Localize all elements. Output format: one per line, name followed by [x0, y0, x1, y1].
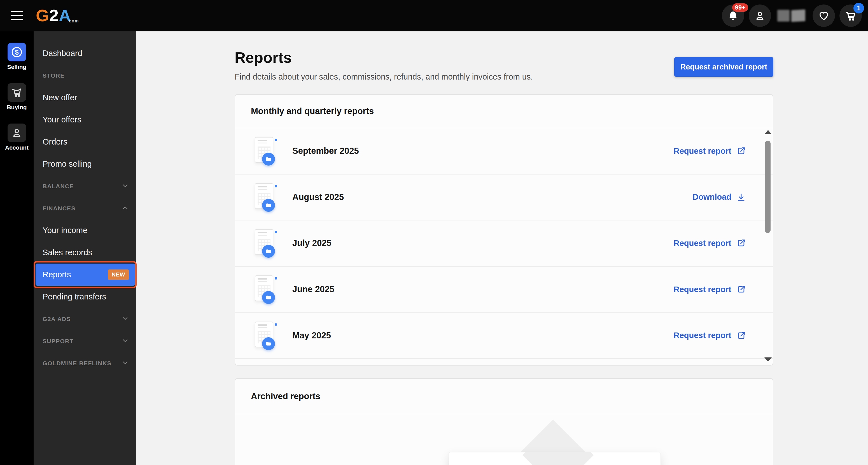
- external-link-icon: [736, 146, 746, 156]
- rail-item-selling[interactable]: $ Selling: [0, 43, 34, 70]
- scrollbar-thumb[interactable]: [765, 141, 771, 233]
- account-button[interactable]: [749, 4, 771, 27]
- chevron-down-icon: [121, 359, 129, 368]
- chevron-down-icon: [121, 337, 129, 346]
- g2a-red-logo-icon: G: [459, 460, 490, 465]
- report-rows: September 2025 Request report August 202…: [235, 128, 773, 359]
- chevron-down-icon: [121, 315, 129, 323]
- table-row: May 2025 Request report: [235, 313, 773, 359]
- rail-label-selling: Selling: [7, 64, 27, 70]
- page-title: Reports: [235, 49, 292, 66]
- svg-text:$: $: [15, 49, 19, 56]
- logo-letter-g: G: [36, 6, 49, 25]
- external-link-icon: [736, 285, 746, 294]
- sidebar-item-reports[interactable]: Reports NEW: [36, 264, 135, 286]
- sidebar-section-g2a-ads[interactable]: G2A ADS: [34, 308, 136, 330]
- sidebar-item-your-income[interactable]: Your income: [34, 219, 136, 241]
- report-document-icon: [253, 275, 277, 304]
- report-month-label: August 2025: [292, 192, 344, 202]
- sidebar-item-your-offers[interactable]: Your offers: [34, 109, 136, 131]
- sidebar-item-orders[interactable]: Orders: [34, 131, 136, 153]
- folder-icon: [262, 153, 275, 166]
- cart-button[interactable]: 1: [839, 4, 862, 27]
- left-rail: $ Selling Buying Account: [0, 31, 34, 465]
- monthly-card-header: Monthly and quarterly reports: [235, 95, 773, 128]
- rail-item-account[interactable]: Account: [0, 123, 34, 151]
- selling-tile: $: [7, 43, 26, 61]
- user-icon: [754, 10, 766, 22]
- archived-card-title: Archived reports: [251, 391, 320, 401]
- table-row: July 2025 Request report: [235, 221, 773, 267]
- cart-badge: 1: [854, 3, 864, 13]
- request-report-link[interactable]: Request report: [674, 146, 746, 156]
- sidebar-section-balance[interactable]: BALANCE: [34, 175, 136, 197]
- logo-com-suffix: .com: [67, 19, 79, 25]
- notifications-badge: 99+: [732, 3, 748, 12]
- report-document-icon: [253, 137, 277, 166]
- decorative-diamond: [523, 452, 594, 465]
- email-sender: noreply: [497, 463, 530, 465]
- list-scrollbar[interactable]: [765, 129, 771, 362]
- report-month-label: May 2025: [292, 330, 331, 341]
- cart-check-icon: [11, 87, 23, 98]
- heart-icon: [818, 10, 830, 22]
- report-month-label: July 2025: [292, 238, 332, 248]
- logo-letter-2: 2: [49, 6, 59, 25]
- report-month-label: September 2025: [292, 146, 359, 156]
- monthly-reports-card: Monthly and quarterly reports September …: [235, 94, 773, 366]
- bell-icon: [727, 10, 739, 21]
- folder-icon: [262, 245, 275, 258]
- sidebar-section-finances[interactable]: FINANCES: [34, 197, 136, 219]
- sidebar-item-sales-records[interactable]: Sales records: [34, 241, 136, 264]
- sidebar-item-dashboard[interactable]: Dashboard: [34, 42, 136, 64]
- rail-label-account: Account: [5, 144, 29, 151]
- report-document-icon: [253, 321, 277, 350]
- chevron-up-icon: [121, 204, 129, 213]
- topbar-actions: 99+ 1: [722, 0, 862, 31]
- table-row: June 2025 Request report: [235, 267, 773, 313]
- request-archived-report-button[interactable]: Request archived report: [674, 57, 773, 77]
- monthly-card-title: Monthly and quarterly reports: [251, 106, 374, 116]
- table-row: August 2025 Download: [235, 175, 773, 221]
- table-row: September 2025 Request report: [235, 128, 773, 175]
- wishlist-button[interactable]: [812, 4, 835, 27]
- report-document-icon: [253, 229, 277, 258]
- report-document-icon: [253, 183, 277, 212]
- new-badge: NEW: [108, 269, 129, 280]
- rail-label-buying: Buying: [7, 104, 27, 111]
- buying-tile: [7, 83, 26, 102]
- notifications-button[interactable]: 99+: [722, 4, 744, 27]
- request-report-link[interactable]: Request report: [674, 331, 746, 340]
- sidebar-section-goldmine-reflinks[interactable]: GOLDMINE REFLINKS: [34, 352, 136, 374]
- request-report-link[interactable]: Request report: [674, 238, 746, 248]
- sidebar-section-store: STORE: [34, 64, 136, 87]
- sidebar-item-promo-selling[interactable]: Promo selling: [34, 153, 136, 175]
- download-icon: [736, 193, 746, 202]
- g2a-logo[interactable]: G2A.com: [36, 6, 79, 25]
- sidebar-item-new-offer[interactable]: New offer: [34, 87, 136, 109]
- rail-item-buying[interactable]: Buying: [0, 83, 34, 111]
- topbar: G2A.com 99+: [0, 0, 868, 31]
- folder-icon: [262, 337, 275, 350]
- folder-icon: [262, 199, 275, 212]
- sidebar-section-support[interactable]: SUPPORT: [34, 330, 136, 352]
- person-icon: [11, 127, 23, 139]
- request-report-link[interactable]: Request report: [674, 285, 746, 294]
- coin-dollar-icon: $: [11, 46, 23, 58]
- chevron-down-icon: [121, 182, 129, 191]
- archived-card-header: Archived reports: [235, 379, 773, 414]
- download-report-link[interactable]: Download: [692, 193, 746, 202]
- page-subtitle: Find details about your sales, commissio…: [235, 72, 533, 82]
- scroll-up-arrow[interactable]: [765, 130, 772, 134]
- redacted-balance: [777, 9, 806, 22]
- sidebar: Dashboard STORE New offer Your offers Or…: [34, 31, 136, 465]
- sidebar-item-pending-transfers[interactable]: Pending transfers: [34, 286, 136, 308]
- external-link-icon: [736, 238, 746, 248]
- account-tile: [7, 123, 26, 142]
- scroll-down-arrow[interactable]: [765, 357, 772, 361]
- main-content: Reports Find details about your sales, c…: [136, 31, 868, 465]
- archived-reports-card: Archived reports G noreply KK - 5 Non-li…: [235, 378, 773, 465]
- hamburger-menu-icon[interactable]: [11, 11, 23, 20]
- external-link-icon: [736, 331, 746, 340]
- folder-icon: [262, 291, 275, 304]
